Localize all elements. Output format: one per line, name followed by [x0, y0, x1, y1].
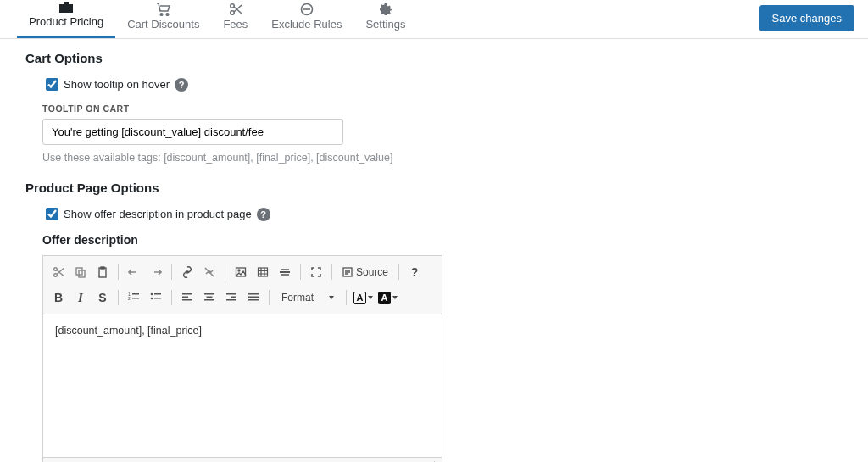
chevron-down-icon [329, 296, 334, 299]
paste-icon[interactable] [92, 262, 113, 282]
italic-icon[interactable]: I [70, 287, 91, 308]
align-justify-icon[interactable] [243, 287, 264, 308]
svg-rect-15 [259, 268, 268, 276]
tooltip-on-cart-label: TOOLTIP ON CART [42, 103, 843, 114]
unordered-list-icon[interactable] [146, 287, 166, 308]
svg-rect-30 [204, 299, 214, 301]
svg-point-2 [160, 13, 163, 15]
source-icon [342, 267, 353, 277]
source-button[interactable]: Source [337, 262, 393, 282]
show-offer-desc-checkbox[interactable] [46, 208, 58, 220]
offer-description-heading: Offer description [42, 233, 843, 247]
cart-options-heading: Cart Options [25, 51, 843, 65]
svg-rect-19 [132, 293, 139, 295]
toolbar-separator [269, 290, 270, 305]
format-label: Format [281, 292, 314, 303]
svg-point-7 [54, 268, 58, 271]
svg-point-21 [151, 293, 153, 296]
help-icon[interactable]: ? [257, 208, 270, 221]
svg-rect-0 [59, 4, 73, 13]
tab-exclude-rules[interactable]: Exclude Rules [259, 0, 353, 38]
svg-point-3 [166, 13, 169, 15]
bold-icon[interactable]: B [48, 287, 69, 308]
copy-icon[interactable] [70, 262, 91, 282]
svg-rect-25 [182, 293, 192, 295]
ordered-list-icon[interactable]: 12 [124, 287, 144, 308]
bg-color-icon: A [378, 292, 391, 304]
tab-label: Product Pricing [29, 15, 103, 28]
tooltip-on-cart-input[interactable] [42, 119, 343, 145]
svg-rect-20 [132, 298, 139, 299]
align-center-icon[interactable] [199, 287, 220, 308]
tab-settings[interactable]: Settings [353, 0, 417, 38]
svg-rect-26 [182, 297, 188, 298]
show-tooltip-label[interactable]: Show tooltip on hover [64, 78, 170, 91]
undo-icon[interactable] [124, 262, 144, 282]
tab-bar: Product Pricing Cart Discounts Fees Excl… [0, 0, 868, 39]
hr-icon[interactable] [275, 262, 295, 282]
cut-icon[interactable] [48, 262, 69, 282]
show-tooltip-checkbox[interactable] [46, 78, 58, 91]
chevron-down-icon [392, 296, 398, 299]
toolbar-separator [225, 264, 225, 280]
gear-icon [379, 3, 392, 16]
toolbar-separator [398, 264, 399, 280]
align-left-icon[interactable] [177, 287, 198, 308]
svg-rect-35 [248, 297, 259, 298]
redo-icon[interactable] [146, 262, 166, 282]
toolbar-separator [331, 264, 332, 280]
toolbar-separator [346, 290, 347, 305]
toolbar-separator [118, 264, 119, 280]
align-right-icon[interactable] [221, 287, 242, 308]
cart-icon [156, 3, 171, 16]
text-color-icon: A [353, 292, 366, 304]
tab-fees[interactable]: Fees [211, 0, 259, 38]
chevron-down-icon [368, 296, 373, 299]
toolbar-separator [300, 264, 301, 280]
help-icon[interactable]: ? [404, 262, 425, 282]
svg-point-8 [54, 274, 58, 277]
unlink-icon[interactable] [199, 262, 220, 282]
svg-rect-27 [182, 299, 192, 301]
strikethrough-icon[interactable]: S [92, 287, 113, 308]
svg-rect-1 [64, 2, 69, 4]
briefcase-icon [58, 2, 74, 14]
tab-cart-discounts[interactable]: Cart Discounts [115, 0, 211, 38]
tab-product-pricing[interactable]: Product Pricing [17, 0, 115, 38]
product-page-options-heading: Product Page Options [25, 181, 843, 195]
exclude-icon [300, 3, 314, 16]
svg-rect-34 [248, 293, 259, 295]
table-icon[interactable] [253, 262, 273, 282]
link-icon[interactable] [177, 262, 198, 282]
show-tooltip-checkbox-row: Show tooltip on hover ? [25, 75, 843, 93]
format-dropdown[interactable]: Format [275, 287, 341, 308]
svg-rect-28 [204, 293, 214, 295]
svg-rect-29 [207, 297, 213, 298]
show-offer-desc-label[interactable]: Show offer description in product page [64, 208, 252, 220]
source-label: Source [356, 266, 388, 278]
maximize-icon[interactable] [306, 262, 326, 282]
tooltip-hint-text: Use these available tags: [discount_amou… [42, 152, 843, 164]
svg-rect-36 [248, 299, 259, 301]
editor-text: [discount_amount], [final_price] [55, 325, 202, 337]
scissors-icon [229, 3, 242, 16]
tab-label: Exclude Rules [271, 18, 342, 31]
tab-label: Cart Discounts [127, 18, 199, 31]
tab-label: Settings [365, 18, 405, 31]
image-icon[interactable] [231, 262, 251, 282]
toolbar-separator [171, 290, 172, 305]
rich-text-editor: Source ? B I S 12 Format [42, 255, 442, 462]
editor-content-area[interactable]: [discount_amount], [final_price] [43, 314, 442, 457]
main-content: Cart Options Show tooltip on hover ? TOO… [0, 39, 868, 462]
bg-color-dropdown[interactable]: A [376, 287, 399, 308]
svg-text:2: 2 [128, 296, 131, 301]
tab-label: Fees [223, 18, 248, 31]
help-icon[interactable]: ? [175, 78, 188, 92]
svg-rect-23 [154, 293, 161, 295]
svg-rect-33 [226, 299, 236, 301]
toolbar-separator [118, 290, 119, 305]
save-changes-button[interactable]: Save changes [760, 5, 854, 31]
text-color-dropdown[interactable]: A [352, 287, 375, 308]
svg-rect-32 [231, 297, 236, 298]
editor-resize-handle[interactable] [43, 457, 442, 462]
